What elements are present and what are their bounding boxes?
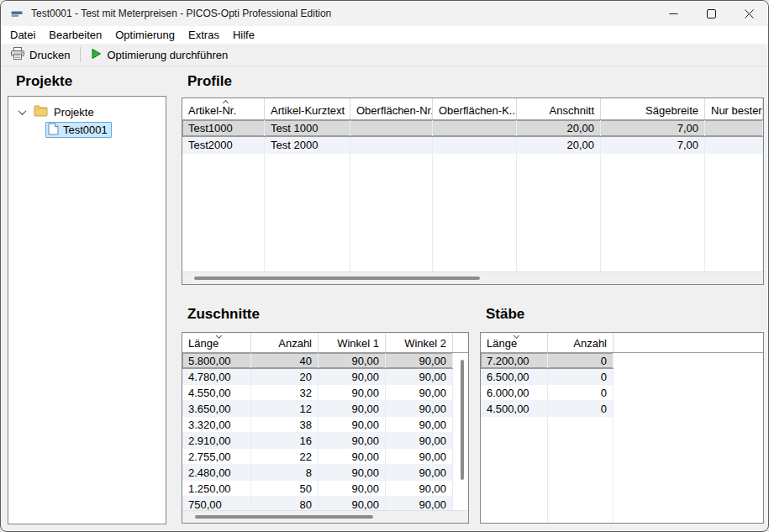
table-filler-cell xyxy=(517,154,601,271)
table-row[interactable]: 4.550,003290,0090,00 xyxy=(182,385,453,401)
table-cell: 90,00 xyxy=(319,385,386,400)
table-cell: 90,00 xyxy=(386,385,453,400)
printer-icon xyxy=(11,47,24,62)
table-cell: 90,00 xyxy=(319,353,386,368)
table-cell: 750,00 xyxy=(182,497,251,510)
table-cell: 90,00 xyxy=(319,481,386,496)
table-row[interactable]: 750,008090,0090,00 xyxy=(182,497,453,510)
column-header-label: Artikel-Nr. xyxy=(188,104,258,119)
menu-item-bearbeiten[interactable]: Bearbeiten xyxy=(42,26,108,44)
table-row[interactable]: 3.650,001290,0090,00 xyxy=(182,401,453,417)
column-header-label: Länge xyxy=(487,337,541,352)
column-header[interactable]: Winkel 1 xyxy=(319,333,386,352)
table-cell: 38 xyxy=(251,417,319,432)
print-button[interactable]: Drucken xyxy=(6,45,75,64)
table-cell xyxy=(433,120,517,136)
table-row[interactable]: 5.800,004090,0090,00 xyxy=(182,353,453,369)
table-cell: Test2000 xyxy=(182,137,265,153)
close-button[interactable] xyxy=(730,1,768,26)
run-optimization-button[interactable]: Optimierung durchführen xyxy=(86,46,233,64)
table-cell: 3.650,00 xyxy=(182,401,251,416)
title-bar: Test0001 - Test mit Meterpreisen - PICOS… xyxy=(1,1,768,26)
table-cell: 50 xyxy=(251,481,319,496)
table-row[interactable]: Test2000Test 200020,007,00 xyxy=(182,137,763,154)
column-header-label: Sägebreite xyxy=(607,104,698,119)
play-icon xyxy=(91,48,102,62)
toolbar-separator xyxy=(80,47,81,62)
column-header[interactable]: Artikel-Kurztext xyxy=(265,98,350,119)
table-cell: 90,00 xyxy=(386,417,453,432)
table-cell: 12 xyxy=(251,401,319,416)
table-cell: 2.480,00 xyxy=(182,465,251,480)
staebe-table: LängeAnzahl7.200,0006.500,0006.000,0004.… xyxy=(481,333,763,523)
table-filler-cell xyxy=(705,154,763,271)
column-header[interactable]: Nur bester Stab xyxy=(705,98,763,119)
table-row[interactable]: 2.755,002290,0090,00 xyxy=(182,449,453,465)
toolbar: Drucken Optimierung durchführen xyxy=(1,44,768,66)
table-cell: 40 xyxy=(251,353,319,368)
horizontal-scrollbar-thumb[interactable] xyxy=(194,277,480,280)
table-row[interactable]: Test1000Test 100020,007,00 xyxy=(182,120,763,137)
column-header-label: Anzahl xyxy=(257,337,312,352)
minimize-button[interactable] xyxy=(655,1,693,26)
column-header[interactable]: Anschnitt xyxy=(517,98,601,119)
tree-item-label: Test0001 xyxy=(63,124,108,136)
tree-item-projekte[interactable]: Projekte xyxy=(8,104,166,120)
table-filler-cell xyxy=(481,417,548,523)
vertical-scrollbar-thumb[interactable] xyxy=(461,360,464,480)
horizontal-scrollbar[interactable] xyxy=(182,510,468,523)
table-row[interactable]: 6.500,000 xyxy=(481,369,614,385)
menu-item-optimierung[interactable]: Optimierung xyxy=(108,26,182,44)
document-icon xyxy=(48,123,59,138)
table-row[interactable]: 4.500,000 xyxy=(481,401,614,417)
column-header[interactable]: Oberflächen-K... xyxy=(433,98,517,119)
tree-item-test0001[interactable]: Test0001 xyxy=(8,122,166,138)
table-row[interactable]: 1.250,005090,0090,00 xyxy=(182,481,453,497)
table-cell: 0 xyxy=(548,353,614,368)
table-cell: 16 xyxy=(251,433,319,448)
table-row[interactable]: 6.000,000 xyxy=(481,385,614,401)
column-header[interactable]: Artikel-Nr. xyxy=(182,98,265,119)
maximize-button[interactable] xyxy=(693,1,730,26)
tree-selection-highlight[interactable]: Test0001 xyxy=(45,122,112,138)
app-icon xyxy=(10,7,24,20)
table-row[interactable]: 7.200,000 xyxy=(481,353,614,369)
column-header[interactable]: Anzahl xyxy=(548,333,614,352)
column-header[interactable]: Winkel 2 xyxy=(386,333,453,352)
chevron-down-icon[interactable] xyxy=(18,107,27,115)
horizontal-scrollbar-thumb[interactable] xyxy=(195,515,373,519)
column-header-label: Länge xyxy=(188,337,245,352)
table-row[interactable]: 3.320,003890,0090,00 xyxy=(182,417,453,433)
menu-item-hilfe[interactable]: Hilfe xyxy=(226,26,261,44)
table-cell: 20,00 xyxy=(517,120,601,136)
column-header[interactable]: Länge xyxy=(481,333,548,352)
table-cell: 90,00 xyxy=(386,401,453,416)
table-cell: 7.200,00 xyxy=(481,353,548,368)
table-cell: 90,00 xyxy=(319,417,386,432)
table-cell: 90,00 xyxy=(386,449,453,464)
table-cell: 2.910,00 xyxy=(182,433,251,448)
column-header[interactable]: Oberflächen-Nr. xyxy=(350,98,433,119)
menu-item-extras[interactable]: Extras xyxy=(182,26,226,44)
table-cell: 4.500,00 xyxy=(481,401,548,416)
column-header[interactable]: Sägebreite xyxy=(601,98,705,119)
horizontal-scrollbar[interactable] xyxy=(182,271,763,284)
table-filler-cell xyxy=(433,154,517,271)
table-filler-cell xyxy=(548,417,614,523)
column-header-label: Oberflächen-Nr. xyxy=(356,104,426,119)
table-cell: 20,00 xyxy=(517,137,601,153)
menu-item-datei[interactable]: Datei xyxy=(3,26,42,44)
table-row[interactable]: 2.910,001690,0090,00 xyxy=(182,433,453,449)
table-filler-cell xyxy=(182,154,265,271)
table-cell: 6.500,00 xyxy=(481,369,548,384)
column-header[interactable]: Länge xyxy=(182,333,251,352)
table-row[interactable]: 2.480,00890,0090,00 xyxy=(182,465,453,481)
profile-table-panel: Artikel-Nr.Artikel-KurztextOberflächen-N… xyxy=(182,97,764,285)
table-cell: 90,00 xyxy=(386,497,453,510)
table-cell: 90,00 xyxy=(319,449,386,464)
table-row[interactable]: 4.780,002090,0090,00 xyxy=(182,369,453,385)
table-cell: 90,00 xyxy=(386,369,453,384)
table-cell: 0 xyxy=(548,385,614,400)
table-cell xyxy=(350,137,433,153)
column-header[interactable]: Anzahl xyxy=(251,333,319,352)
